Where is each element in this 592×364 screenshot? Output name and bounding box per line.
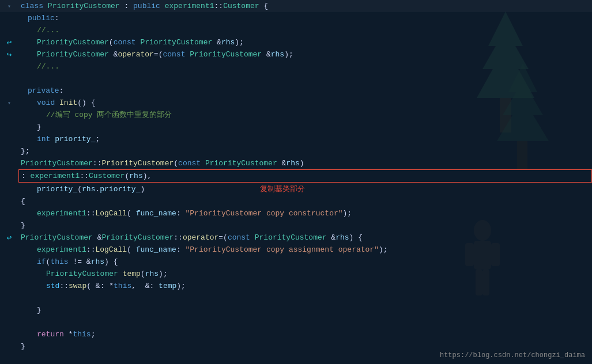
line-content-24: std::swap( &: *this, &: temp); [18, 280, 592, 292]
line-21: experiment1::LogCall( func_name: "Priori… [0, 244, 592, 256]
arrow-left-icon-4: ↩ [7, 37, 12, 47]
line-content-7 [18, 73, 592, 85]
fold-icon-9[interactable]: ▾ [7, 100, 11, 107]
line-content-16: priority_(rhs.priority_)复制基类部分 [18, 183, 592, 195]
line-24: std::swap( &: *this, &: temp); [0, 280, 592, 292]
arrow-left-icon-20: ↩ [7, 233, 12, 242]
line-9: ▾ void Init() { [0, 97, 592, 109]
line-10: //编写 copy 两个函数中重复的部分 [0, 109, 592, 121]
line-content-15: : experiment1::Customer(rhs), [18, 169, 592, 183]
line-15: : experiment1::Customer(rhs), [0, 169, 592, 183]
gutter-9: ▾ [0, 100, 18, 107]
line-content-25 [18, 292, 592, 304]
editor-container: ▾ class PriorityCustomer : public experi… [0, 0, 592, 364]
line-content-1: class PriorityCustomer : public experime… [18, 0, 592, 12]
line-content-17: { [18, 195, 592, 207]
line-2: public: [0, 12, 592, 24]
line-content-14: PriorityCustomer::PriorityCustomer(const… [18, 157, 592, 169]
line-content-4: PriorityCustomer(const PriorityCustomer … [18, 36, 592, 48]
line-content-2: public: [18, 12, 592, 24]
line-content-8: private: [18, 85, 592, 97]
line-17: { [0, 195, 592, 207]
fold-icon-1[interactable]: ▾ [7, 3, 11, 10]
line-content-27 [18, 316, 592, 328]
line-content-21: experiment1::LogCall( func_name: "Priori… [18, 244, 592, 256]
line-content-23: PriorityCustomer temp(rhs); [18, 268, 592, 280]
line-28: return *this; [0, 328, 592, 340]
line-26: } [0, 304, 592, 316]
line-content-12: int priority_; [18, 133, 592, 145]
line-16: priority_(rhs.priority_)复制基类部分 [0, 183, 592, 195]
line-22: if(this != &rhs) { [0, 256, 592, 268]
line-1: ▾ class PriorityCustomer : public experi… [0, 0, 592, 12]
line-content-9: void Init() { [18, 97, 592, 109]
line-25 [0, 292, 592, 304]
gutter-20: ↩ [0, 233, 18, 242]
line-5: ↪ PriorityCustomer &operator=(const Prio… [0, 48, 592, 60]
line-content-13: }; [18, 145, 592, 157]
line-3: //... [0, 24, 592, 36]
line-content-5: PriorityCustomer &operator=(const Priori… [18, 48, 592, 60]
gutter-4: ↩ [0, 37, 18, 47]
line-7 [0, 73, 592, 85]
line-11: } [0, 121, 592, 133]
line-content-28: return *this; [18, 328, 592, 340]
line-23: PriorityCustomer temp(rhs); [0, 268, 592, 280]
line-content-19: } [18, 219, 592, 232]
line-content-10: //编写 copy 两个函数中重复的部分 [18, 109, 592, 121]
arrow-right-icon-5: ↪ [7, 50, 12, 59]
line-content-20: PriorityCustomer &PriorityCustomer::oper… [18, 232, 592, 244]
line-18: experiment1::LogCall( func_name: "Priori… [0, 207, 592, 219]
url-text: https://blog.csdn.net/chongzi_daima [440, 351, 585, 359]
gutter-1: ▾ [0, 3, 18, 10]
gutter-5: ↪ [0, 50, 18, 59]
line-20: ↩ PriorityCustomer &PriorityCustomer::op… [0, 232, 592, 244]
line-19: } [0, 219, 592, 232]
code-area: ▾ class PriorityCustomer : public experi… [0, 0, 592, 364]
line-13: }; [0, 145, 592, 157]
bottom-url: https://blog.csdn.net/chongzi_daima [440, 351, 585, 359]
line-6: //... [0, 60, 592, 73]
line-content-18: experiment1::LogCall( func_name: "Priori… [18, 207, 592, 219]
line-12: int priority_; [0, 133, 592, 145]
line-content-11: } [18, 121, 592, 133]
line-content-22: if(this != &rhs) { [18, 256, 592, 268]
line-8: private: [0, 85, 592, 97]
line-4: ↩ PriorityCustomer(const PriorityCustome… [0, 36, 592, 48]
line-content-3: //... [18, 24, 592, 36]
line-content-26: } [18, 304, 592, 316]
line-content-6: //... [18, 60, 592, 73]
line-14: PriorityCustomer::PriorityCustomer(const… [0, 157, 592, 169]
line-27 [0, 316, 592, 328]
